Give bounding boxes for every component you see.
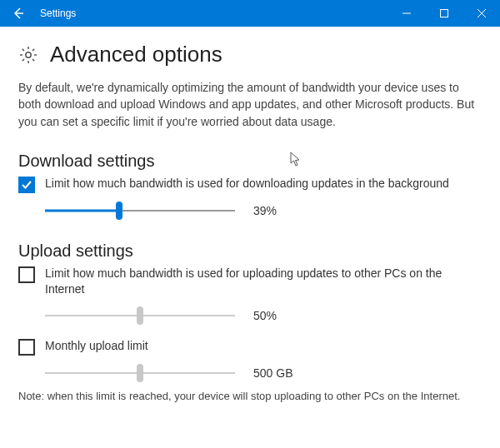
download-slider-row: 39% <box>45 202 482 220</box>
upload-bandwidth-slider[interactable] <box>45 306 235 325</box>
download-bandwidth-slider[interactable] <box>45 202 235 220</box>
svg-rect-0 <box>440 10 448 17</box>
page-title: Advanced options <box>50 42 222 67</box>
download-limit-checkbox[interactable] <box>18 177 35 193</box>
monthly-slider-row: 500 GB <box>45 364 482 382</box>
content-area: Advanced options By default, we're dynam… <box>0 27 500 411</box>
upload-section-title: Upload settings <box>18 241 482 261</box>
minimize-icon <box>402 9 411 17</box>
download-section-title: Download settings <box>18 152 482 171</box>
monthly-limit-label: Monthly upload limit <box>45 338 148 355</box>
back-button[interactable] <box>0 0 37 27</box>
maximize-button[interactable] <box>425 0 462 27</box>
slider-thumb-icon <box>137 364 143 382</box>
upload-limit-checkbox[interactable] <box>18 266 35 283</box>
download-limit-label: Limit how much bandwidth is used for dow… <box>45 176 449 192</box>
upload-limit-checkbox-row: Limit how much bandwidth is used for upl… <box>18 266 482 298</box>
page-header: Advanced options <box>18 42 482 67</box>
minimize-button[interactable] <box>388 0 425 27</box>
download-slider-value: 39% <box>253 204 277 217</box>
upload-limit-label: Limit how much bandwidth is used for upl… <box>45 266 470 298</box>
slider-thumb-icon <box>116 202 122 220</box>
monthly-upload-slider[interactable] <box>45 364 235 382</box>
monthly-slider-value: 500 GB <box>253 366 292 380</box>
close-icon <box>478 9 486 17</box>
intro-text: By default, we're dynamically optimizing… <box>18 79 482 130</box>
monthly-limit-checkbox[interactable] <box>18 339 35 356</box>
close-button[interactable] <box>462 0 500 27</box>
gear-icon <box>18 45 38 65</box>
download-limit-checkbox-row: Limit how much bandwidth is used for dow… <box>18 176 482 193</box>
upload-slider-row: 50% <box>45 306 482 325</box>
maximize-icon <box>440 9 448 17</box>
titlebar: Settings <box>0 0 500 27</box>
back-arrow-icon <box>12 7 25 20</box>
slider-thumb-icon <box>137 306 143 325</box>
monthly-limit-checkbox-row: Monthly upload limit <box>18 338 482 356</box>
upload-slider-value: 50% <box>253 309 277 322</box>
svg-point-1 <box>26 52 31 57</box>
titlebar-title: Settings <box>37 7 76 19</box>
note-text: Note: when this limit is reached, your d… <box>18 389 482 404</box>
